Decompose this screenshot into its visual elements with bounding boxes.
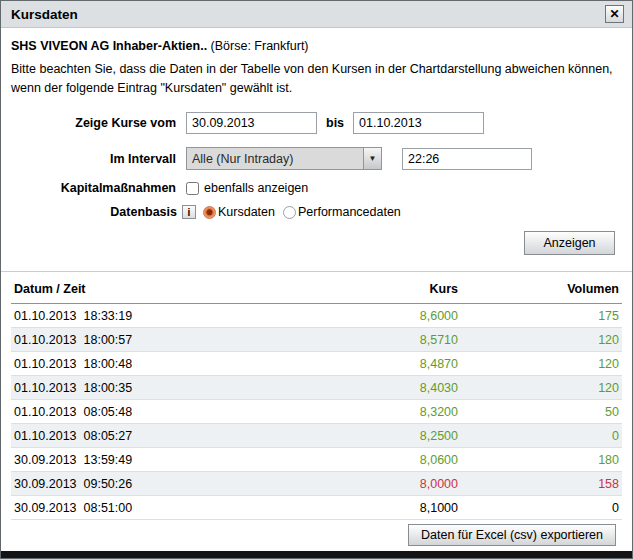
filter-form: Zeige Kurse vom bis Im Intervall Alle (N… xyxy=(11,112,622,255)
cell-volumen: 0 xyxy=(461,496,622,520)
date-range-row: Zeige Kurse vom bis xyxy=(11,112,622,134)
cell-kurs: 8,6000 xyxy=(311,304,461,328)
cell-kurs: 8,1000 xyxy=(311,496,461,520)
cell-volumen: 120 xyxy=(461,376,622,400)
interval-select[interactable]: Alle (Nur Intraday) ▼ xyxy=(186,147,382,170)
dropdown-arrow-icon: ▼ xyxy=(363,148,381,169)
column-header-datum-zeit: Datum / Zeit xyxy=(11,272,311,304)
dialog-body: SHS VIVEON AG Inhaber-Aktien.. (Börse: F… xyxy=(1,39,632,546)
table-row: 01.10.2013 08:05:48 8,3200 50 xyxy=(11,400,622,424)
table-row: 30.09.2013 08:51:00 8,1000 0 xyxy=(11,496,622,520)
radio-kursdaten-label: Kursdaten xyxy=(218,205,275,219)
close-icon: ✕ xyxy=(609,7,619,21)
radio-performancedaten[interactable] xyxy=(283,206,296,219)
anzeigen-button[interactable]: Anzeigen xyxy=(524,231,615,255)
table-row: 30.09.2013 13:59:49 8,0600 180 xyxy=(11,448,622,472)
cell-volumen: 158 xyxy=(461,472,622,496)
date-to-input[interactable] xyxy=(353,112,484,134)
export-csv-button[interactable]: Daten für Excel (csv) exportieren xyxy=(408,524,616,546)
bis-label: bis xyxy=(326,116,344,130)
cell-volumen: 120 xyxy=(461,352,622,376)
instrument-name: SHS VIVEON AG Inhaber-Aktien.. xyxy=(11,39,207,53)
table-header-row: Datum / Zeit Kurs Volumen xyxy=(11,272,622,304)
cell-datetime: 01.10.2013 18:33:19 xyxy=(11,304,311,328)
cell-datetime: 01.10.2013 18:00:48 xyxy=(11,352,311,376)
table-row: 01.10.2013 18:00:57 8,5710 120 xyxy=(11,328,622,352)
radio-performancedaten-label: Performancedaten xyxy=(298,205,401,219)
column-header-volumen: Volumen xyxy=(461,272,622,304)
cell-datetime: 01.10.2013 08:05:27 xyxy=(11,424,311,448)
table-row: 01.10.2013 18:00:35 8,4030 120 xyxy=(11,376,622,400)
cell-datetime: 30.09.2013 13:59:49 xyxy=(11,448,311,472)
price-table: Datum / Zeit Kurs Volumen 01.10.2013 18:… xyxy=(11,272,622,520)
table-row: 01.10.2013 18:33:19 8,6000 175 xyxy=(11,304,622,328)
databasis-row: Datenbasis i Kursdaten Performancedaten xyxy=(11,205,622,219)
time-input[interactable] xyxy=(402,148,532,170)
table-body: 01.10.2013 18:33:19 8,6000 175 01.10.201… xyxy=(11,304,622,520)
dialog-title: Kursdaten xyxy=(9,7,78,22)
cell-volumen: 175 xyxy=(461,304,622,328)
cell-kurs: 8,2500 xyxy=(311,424,461,448)
capital-measures-row: Kapitalmaßnahmen ebenfalls anzeigen xyxy=(11,181,622,195)
cell-datetime: 01.10.2013 18:00:57 xyxy=(11,328,311,352)
capital-measures-checkbox[interactable] xyxy=(186,182,199,195)
cell-datetime: 30.09.2013 09:50:26 xyxy=(11,472,311,496)
interval-label: Im Intervall xyxy=(11,152,176,166)
cell-volumen: 0 xyxy=(461,424,622,448)
cell-kurs: 8,0600 xyxy=(311,448,461,472)
notice-text: Bitte beachten Sie, dass die Daten in de… xyxy=(11,60,619,98)
interval-row: Im Intervall Alle (Nur Intraday) ▼ xyxy=(11,147,622,170)
cell-volumen: 50 xyxy=(461,400,622,424)
interval-select-value: Alle (Nur Intraday) xyxy=(192,152,293,166)
date-range-label: Zeige Kurse vom xyxy=(11,116,176,130)
table-row: 30.09.2013 09:50:26 8,0000 158 xyxy=(11,472,622,496)
date-from-input[interactable] xyxy=(186,112,317,134)
instrument-line: SHS VIVEON AG Inhaber-Aktien.. (Börse: F… xyxy=(11,39,622,53)
capital-measures-label: Kapitalmaßnahmen xyxy=(11,181,176,195)
dialog-titlebar: Kursdaten ✕ xyxy=(1,1,632,28)
close-button[interactable]: ✕ xyxy=(605,5,624,23)
cell-kurs: 8,4030 xyxy=(311,376,461,400)
cell-datetime: 01.10.2013 18:00:35 xyxy=(11,376,311,400)
cell-kurs: 8,0000 xyxy=(311,472,461,496)
column-header-kurs: Kurs xyxy=(311,272,461,304)
cell-datetime: 01.10.2013 08:05:48 xyxy=(11,400,311,424)
table-row: 01.10.2013 18:00:48 8,4870 120 xyxy=(11,352,622,376)
cell-datetime: 30.09.2013 08:51:00 xyxy=(11,496,311,520)
cell-volumen: 120 xyxy=(461,328,622,352)
radio-kursdaten[interactable] xyxy=(203,206,216,219)
capital-measures-checkbox-label: ebenfalls anzeigen xyxy=(204,181,308,195)
instrument-exchange: (Börse: Frankfurt) xyxy=(207,39,308,53)
kursdaten-dialog: Kursdaten ✕ SHS VIVEON AG Inhaber-Aktien… xyxy=(0,0,633,559)
databasis-label: Datenbasis xyxy=(110,205,177,219)
cell-kurs: 8,4870 xyxy=(311,352,461,376)
cell-kurs: 8,5710 xyxy=(311,328,461,352)
cell-kurs: 8,3200 xyxy=(311,400,461,424)
info-icon[interactable]: i xyxy=(182,205,196,219)
dialog-bottom-shadow xyxy=(1,551,632,558)
cell-volumen: 180 xyxy=(461,448,622,472)
table-row: 01.10.2013 08:05:27 8,2500 0 xyxy=(11,424,622,448)
